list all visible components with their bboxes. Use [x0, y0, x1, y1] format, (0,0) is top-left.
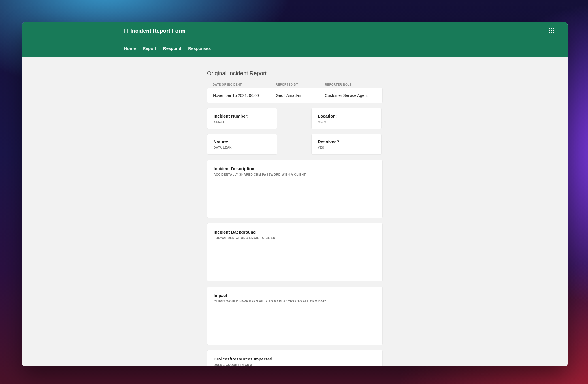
detail-label: Incident Background [214, 230, 376, 234]
content-column: Original Incident Report DATE OF INCIDEN… [207, 70, 383, 366]
info-value: MIAMI [318, 120, 375, 123]
summary-col-role: REPORTER ROLE [325, 83, 377, 86]
summary-table-body: November 15 2021, 00:00 Geoff Amadan Cus… [207, 88, 383, 103]
header-title-row: IT Incident Report Form [124, 22, 556, 40]
nav-tab-report[interactable]: Report [143, 45, 156, 52]
summary-table-row: November 15 2021, 00:00 Geoff Amadan Cus… [207, 88, 382, 103]
app-title: IT Incident Report Form [124, 28, 186, 34]
detail-card-impact: Impact CLIENT WOULD HAVE BEEN ABLE TO GA… [207, 287, 383, 345]
detail-value: CLIENT WOULD HAVE BEEN ABLE TO GAIN ACCE… [214, 300, 376, 303]
detail-value: FORWARDED WRONG EMAIL TO CLIENT [214, 236, 376, 240]
section-title: Original Incident Report [207, 70, 383, 77]
info-value: DATA LEAK [214, 146, 271, 149]
info-label: Nature: [214, 139, 271, 144]
app-header: IT Incident Report Form Home Report Resp… [22, 22, 568, 57]
info-pair-row-1: Incident Number: 654321 Location: MIAMI [207, 108, 383, 129]
info-card-location: Location: MIAMI [311, 108, 382, 129]
app-launcher-icon[interactable] [549, 28, 554, 33]
info-value: YES [318, 146, 375, 149]
detail-card-devices: Devices/Resources Impacted USER ACCOUNT … [207, 350, 383, 366]
detail-value: ACCIDENTALLY SHARED CRM PASSWORD WITH A … [214, 173, 376, 176]
summary-role-value: Customer Service Agent [325, 93, 377, 98]
detail-label: Devices/Resources Impacted [214, 357, 376, 361]
info-label: Location: [318, 114, 375, 118]
summary-table-header: DATE OF INCIDENT REPORTED BY REPORTER RO… [207, 80, 383, 88]
info-card-incident-number: Incident Number: 654321 [207, 108, 277, 129]
detail-card-background: Incident Background FORWARDED WRONG EMAI… [207, 223, 383, 281]
info-label: Resolved? [318, 139, 375, 144]
detail-label: Incident Description [214, 166, 376, 171]
nav-tabs: Home Report Respond Responses [124, 40, 556, 57]
detail-label: Impact [214, 293, 376, 298]
nav-tab-responses[interactable]: Responses [188, 45, 211, 52]
info-pair-row-2: Nature: DATA LEAK Resolved? YES [207, 134, 383, 155]
summary-col-date: DATE OF INCIDENT [213, 83, 276, 86]
nav-tab-home[interactable]: Home [124, 45, 136, 52]
info-card-resolved: Resolved? YES [311, 134, 382, 155]
detail-card-description: Incident Description ACCIDENTALLY SHARED… [207, 160, 383, 218]
app-body-scroll[interactable]: Original Incident Report DATE OF INCIDEN… [22, 57, 568, 366]
summary-col-reporter: REPORTED BY [276, 83, 325, 86]
summary-date-value: November 15 2021, 00:00 [213, 93, 276, 98]
summary-table: DATE OF INCIDENT REPORTED BY REPORTER RO… [207, 80, 383, 103]
detail-value: USER ACCOUNT IN CRM [214, 363, 376, 366]
info-value: 654321 [214, 120, 271, 123]
info-card-nature: Nature: DATA LEAK [207, 134, 277, 155]
info-label: Incident Number: [214, 114, 271, 118]
nav-tab-respond[interactable]: Respond [163, 45, 181, 52]
app-window: IT Incident Report Form Home Report Resp… [22, 22, 568, 366]
summary-reporter-value: Geoff Amadan [276, 93, 325, 98]
